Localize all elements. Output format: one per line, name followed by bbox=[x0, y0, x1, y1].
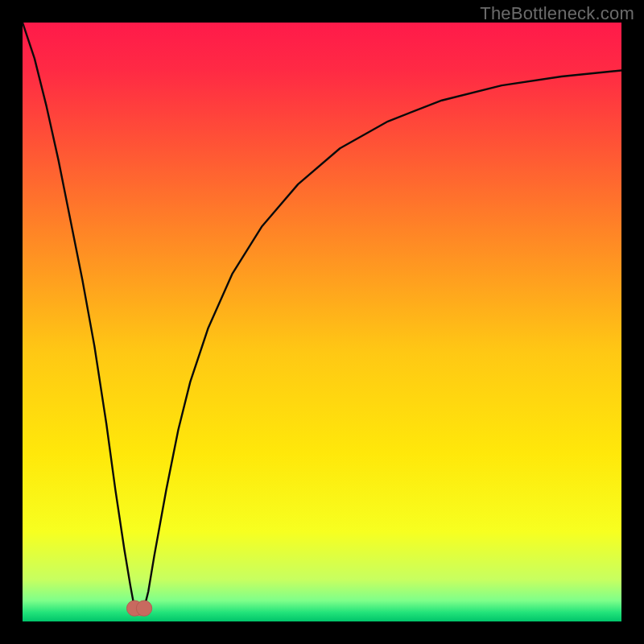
plot-area bbox=[23, 23, 621, 621]
watermark-text: TheBottleneck.com bbox=[480, 3, 634, 24]
chart-frame: TheBottleneck.com bbox=[0, 0, 644, 644]
bottleneck-curve bbox=[23, 23, 621, 621]
svg-point-2 bbox=[136, 601, 151, 616]
